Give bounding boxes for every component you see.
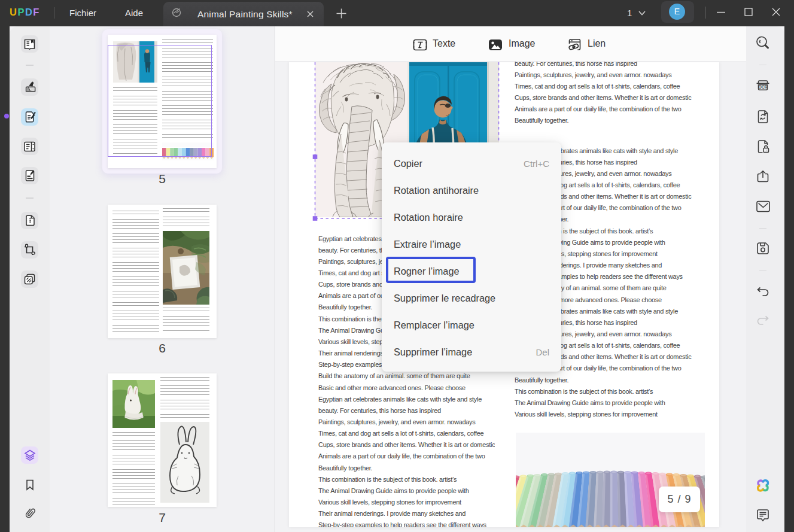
svg-text:OCR: OCR [758, 85, 767, 89]
